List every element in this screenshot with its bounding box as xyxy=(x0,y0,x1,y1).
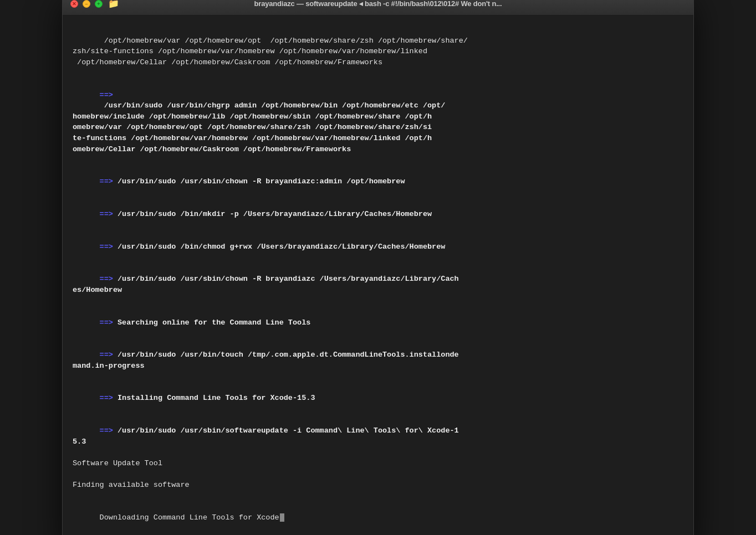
terminal-content[interactable]: /opt/homebrew/var /opt/homebrew/opt /opt… xyxy=(63,16,693,535)
minimize-button[interactable]: – xyxy=(83,0,90,8)
blank-line xyxy=(73,490,683,501)
terminal-line: ==> /usr/bin/sudo /usr/sbin/chown -R bra… xyxy=(73,166,683,198)
blank-line xyxy=(73,469,683,480)
terminal-line: ==> /usr/bin/sudo /usr/sbin/chown -R bra… xyxy=(73,263,683,306)
terminal-line: ==> /usr/bin/sudo /usr/sbin/softwareupda… xyxy=(73,415,683,458)
terminal-line: ==> /usr/bin/sudo /bin/chmod g+rwx /User… xyxy=(73,230,683,263)
terminal-line: Software Update Tool xyxy=(73,458,683,469)
terminal-line: ==> Searching online for the Command Lin… xyxy=(73,306,683,339)
terminal-line: ==> /usr/bin/sudo /bin/mkdir -p /Users/b… xyxy=(73,198,683,230)
cursor xyxy=(280,513,284,522)
window-title: brayandiazc — softwareupdate ◂ bash -c #… xyxy=(254,0,502,8)
terminal-line: ==> Installing Command Line Tools for Xc… xyxy=(73,382,683,415)
folder-icon: 📁 xyxy=(108,0,119,9)
terminal-line: Finding available software xyxy=(73,480,683,491)
terminal-line: ==> /usr/bin/sudo /usr/bin/touch /tmp/.c… xyxy=(73,339,683,382)
close-button[interactable]: ✕ xyxy=(70,0,78,8)
terminal-cursor-line: Downloading Command Line Tools for Xcode xyxy=(73,501,683,534)
terminal-line: /opt/homebrew/var /opt/homebrew/opt /opt… xyxy=(73,24,683,79)
maximize-button[interactable]: + xyxy=(95,0,103,8)
terminal-line: ==> /usr/bin/sudo /usr/bin/chgrp admin /… xyxy=(73,79,683,166)
window-controls: ✕ – + xyxy=(70,0,103,8)
title-bar: ✕ – + 📁 brayandiazc — softwareupdate ◂ b… xyxy=(63,0,693,16)
terminal-window: ✕ – + 📁 brayandiazc — softwareupdate ◂ b… xyxy=(62,0,694,535)
